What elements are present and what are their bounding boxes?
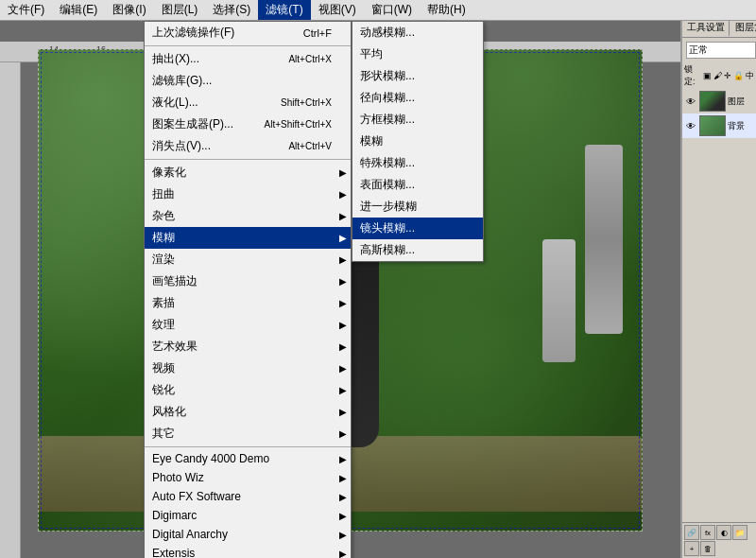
- layer-row-2[interactable]: 👁 背景: [682, 113, 756, 138]
- menu-select[interactable]: 选择(S): [205, 0, 258, 20]
- sep-2: [145, 159, 351, 160]
- layer-thumb-2: [699, 115, 726, 136]
- blur-average[interactable]: 平均: [352, 44, 483, 65]
- blur-radial[interactable]: 径向模糊...: [352, 87, 483, 109]
- filter-last-op[interactable]: 上次滤镜操作(F) Ctrl+F: [145, 22, 351, 44]
- plugin-digimarc[interactable]: Digimarc ▶: [145, 506, 351, 525]
- filter-distort[interactable]: 扭曲 ▶: [145, 183, 351, 205]
- lock-transparent-icon[interactable]: ▣: [703, 71, 712, 80]
- filter-dropdown-menu: 上次滤镜操作(F) Ctrl+F 抽出(X)... Alt+Ctrl+X 滤镜库…: [144, 21, 352, 558]
- filter-texture[interactable]: 纹理 ▶: [145, 314, 351, 336]
- filter-pattern-maker[interactable]: 图案生成器(P)... Alt+Shift+Ctrl+X: [145, 113, 351, 135]
- lock-move-icon[interactable]: ✛: [724, 71, 731, 80]
- filter-gallery[interactable]: 滤镜库(G)...: [145, 70, 351, 92]
- filter-noise[interactable]: 杂色 ▶: [145, 205, 351, 227]
- filter-sharpen[interactable]: 锐化 ▶: [145, 379, 351, 401]
- menu-help[interactable]: 帮助(H): [420, 0, 473, 20]
- plugin-eye-candy[interactable]: Eye Candy 4000 Demo ▶: [145, 449, 351, 468]
- blur-smart[interactable]: 特殊模糊...: [352, 152, 483, 174]
- blur-simple[interactable]: 模糊: [352, 131, 483, 152]
- filter-extract[interactable]: 抽出(X)... Alt+Ctrl+X: [145, 48, 351, 70]
- plugin-photo-wiz[interactable]: Photo Wiz ▶: [145, 468, 351, 487]
- group-icon[interactable]: 📁: [732, 525, 747, 540]
- new-layer-icon[interactable]: +: [684, 541, 699, 556]
- blend-mode-select[interactable]: 正常: [686, 42, 756, 59]
- blur-gaussian[interactable]: 高斯模糊...: [352, 239, 483, 261]
- fx-icon[interactable]: fx: [700, 525, 715, 540]
- filter-video[interactable]: 视频 ▶: [145, 357, 351, 379]
- tab-layer-comp[interactable]: 图层复合: [731, 19, 756, 36]
- panel-bottom-icons: 🔗 fx ◐ 📁 + 🗑: [682, 522, 756, 558]
- filter-render[interactable]: 渲染 ▶: [145, 249, 351, 270]
- blur-box[interactable]: 方框模糊...: [352, 109, 483, 131]
- blur-submenu: 动感模糊... 平均 形状模糊... 径向模糊... 方框模糊... 模糊 特殊…: [352, 21, 484, 262]
- lock-label: 锁定:: [684, 63, 701, 88]
- menu-window[interactable]: 窗口(W): [364, 0, 420, 20]
- plugin-digital-anarchy[interactable]: Digital Anarchy ▶: [145, 525, 351, 544]
- blur-further[interactable]: 进一步模糊: [352, 196, 483, 218]
- blur-motion[interactable]: 动感模糊...: [352, 22, 483, 44]
- tab-tool-settings[interactable]: 工具设置: [683, 19, 730, 36]
- filter-vanishing-point[interactable]: 消失点(V)... Alt+Ctrl+V: [145, 135, 351, 157]
- menu-view[interactable]: 视图(V): [311, 0, 364, 20]
- filter-sketch[interactable]: 素描 ▶: [145, 292, 351, 314]
- filter-artistic[interactable]: 艺术效果 ▶: [145, 336, 351, 357]
- filter-blur[interactable]: 模糊 ▶: [145, 227, 351, 249]
- menu-bar: 文件(F) 编辑(E) 图像(I) 图层(L) 选择(S) 滤镜(T) 视图(V…: [0, 0, 756, 21]
- blur-shape[interactable]: 形状模糊...: [352, 65, 483, 87]
- filter-liquify[interactable]: 液化(L)... Shift+Ctrl+X: [145, 92, 351, 113]
- lock-area: 锁定: ▣ 🖌 ✛ 🔒 中: [682, 62, 756, 89]
- sep-3: [145, 446, 351, 447]
- layer-name-2: 背景: [728, 120, 745, 132]
- menu-edit[interactable]: 编辑(E): [52, 0, 105, 20]
- mask-icon[interactable]: ◐: [716, 525, 731, 540]
- filter-brush-stroke[interactable]: 画笔描边 ▶: [145, 270, 351, 292]
- link-icon[interactable]: 🔗: [684, 525, 699, 540]
- lock-all-icon[interactable]: 🔒: [733, 71, 744, 80]
- menu-layer[interactable]: 图层(L): [154, 0, 206, 20]
- lock-paint-icon[interactable]: 🖌: [713, 71, 722, 80]
- plugin-extensis[interactable]: Extensis ▶: [145, 544, 351, 558]
- opacity-label: 中: [746, 70, 754, 82]
- layer-row-1[interactable]: 👁 图层: [682, 89, 756, 113]
- layer-name-1: 图层: [728, 96, 745, 108]
- filter-pixelate[interactable]: 像素化 ▶: [145, 162, 351, 183]
- blur-lens[interactable]: 镜头模糊...: [352, 218, 483, 239]
- menu-filter[interactable]: 滤镜(T): [258, 0, 310, 20]
- sep-1: [145, 45, 351, 46]
- menu-file[interactable]: 文件(F): [0, 0, 52, 20]
- blur-surface[interactable]: 表面模糊...: [352, 174, 483, 196]
- plugin-auto-fx[interactable]: Auto FX Software ▶: [145, 487, 351, 506]
- layer-thumb-1: [699, 91, 726, 112]
- layer-eye-1[interactable]: 👁: [684, 95, 697, 108]
- right-panel: 画笔 工具设置 图层复合 正常 锁定: ▣ 🖌 ✛ 🔒 中 👁 图层 👁 背景 …: [680, 0, 756, 558]
- ruler-left: [0, 62, 21, 558]
- menu-image[interactable]: 图像(I): [105, 0, 153, 20]
- delete-layer-icon[interactable]: 🗑: [700, 541, 715, 556]
- filter-stylize[interactable]: 风格化 ▶: [145, 401, 351, 423]
- layer-eye-2[interactable]: 👁: [684, 119, 697, 132]
- filter-other[interactable]: 其它 ▶: [145, 423, 351, 445]
